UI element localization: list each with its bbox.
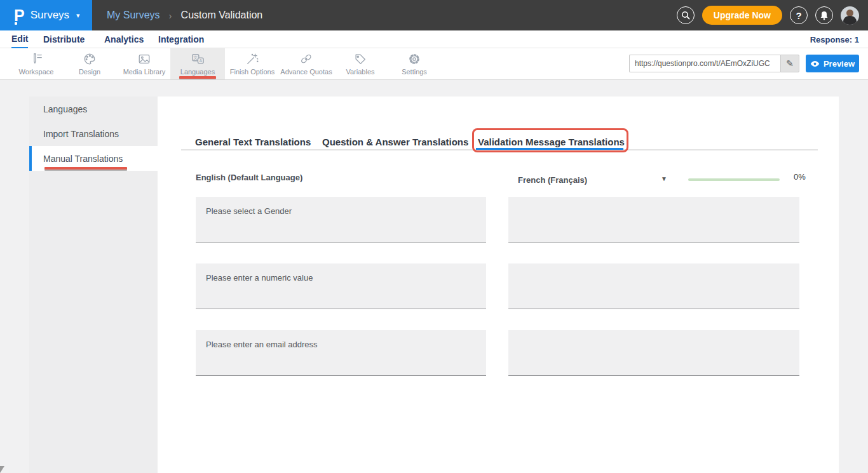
svg-text:A: A: [200, 58, 203, 63]
toolbar-settings[interactable]: Settings: [387, 48, 442, 79]
breadcrumb-current-survey: Custom Validation: [181, 10, 263, 21]
search-button[interactable]: [677, 6, 695, 24]
toolbar-workspace[interactable]: Workspace: [9, 48, 64, 79]
notifications-button[interactable]: [815, 6, 833, 24]
questionpro-app: P Surveys ▾ My Surveys › Custom Validati…: [0, 0, 868, 473]
toolbar-design[interactable]: Design: [62, 48, 117, 79]
breadcrumb: My Surveys › Custom Validation: [107, 0, 262, 30]
languages-icon: 文A: [191, 52, 205, 66]
edit-toolbar: Workspace Design Media Library 文A Langua…: [0, 48, 868, 80]
target-text-email[interactable]: [508, 330, 799, 376]
settings-icon: [407, 52, 421, 66]
toolbar-variables[interactable]: Variables: [333, 48, 388, 79]
translation-progress-percent: 0%: [794, 172, 806, 182]
preview-button[interactable]: Preview: [806, 55, 859, 72]
survey-url-group: ✎: [629, 55, 799, 72]
survey-url-input[interactable]: [629, 55, 780, 72]
sidebar-item-manual-translations[interactable]: Manual Translations: [29, 146, 158, 171]
tab-question-answer-translations[interactable]: Question & Answer Translations: [322, 133, 468, 150]
toolbar-finish-options[interactable]: Finish Options: [225, 48, 280, 79]
survey-section-nav: Edit Distribute Analytics Integration Re…: [0, 30, 868, 48]
top-actions: Upgrade Now ?: [677, 0, 868, 30]
finish-options-icon: [245, 52, 259, 66]
tab-integration[interactable]: Integration: [158, 30, 204, 48]
tab-distribute[interactable]: Distribute: [43, 30, 85, 48]
search-icon: [681, 11, 690, 20]
chevron-right-icon: ›: [169, 10, 172, 21]
user-avatar[interactable]: [841, 6, 859, 25]
annotation-red-underline-languages: [179, 76, 216, 79]
target-language-selector[interactable]: French (Français): [518, 175, 587, 185]
bell-icon: [820, 11, 829, 20]
target-text-gender[interactable]: [508, 197, 799, 243]
breadcrumb-my-surveys[interactable]: My Surveys: [107, 10, 160, 21]
question-mark-icon: ?: [796, 10, 801, 21]
tab-edit[interactable]: Edit: [11, 30, 28, 48]
svg-text:文: 文: [193, 55, 198, 60]
response-count[interactable]: Response: 1: [810, 30, 859, 48]
mouse-cursor: [0, 466, 4, 473]
tab-general-text-translations[interactable]: General Text Translations: [195, 133, 311, 150]
toolbar-advance-quotas[interactable]: Advance Quotas: [279, 48, 334, 79]
product-switcher[interactable]: P Surveys ▾: [0, 0, 92, 30]
pencil-icon: ✎: [786, 58, 794, 69]
advance-quotas-icon: [299, 52, 313, 66]
workspace-icon: [29, 52, 43, 66]
active-tab-underline: [476, 148, 623, 150]
eye-icon: [810, 60, 820, 67]
variables-icon: [353, 52, 367, 66]
product-label: Surveys: [31, 9, 69, 22]
source-language-header: English (Default Language): [196, 173, 302, 182]
translation-progress-bar: [688, 178, 780, 181]
help-button[interactable]: ?: [790, 6, 808, 24]
chevron-down-icon: ▾: [76, 11, 80, 20]
toolbar-media-library[interactable]: Media Library: [117, 48, 172, 79]
source-text-email[interactable]: [196, 330, 486, 376]
upgrade-now-button[interactable]: Upgrade Now: [702, 6, 782, 25]
target-text-numeric[interactable]: [508, 263, 799, 309]
top-bar: P Surveys ▾ My Surveys › Custom Validati…: [0, 0, 868, 30]
sidebar-item-languages[interactable]: Languages: [29, 97, 158, 121]
edit-url-button[interactable]: ✎: [780, 55, 799, 72]
annotation-red-underline-manual-translations: [44, 167, 127, 170]
languages-panel: Languages Import Translations Manual Tra…: [29, 97, 839, 473]
toolbar-languages[interactable]: 文A Languages: [170, 48, 225, 79]
languages-sidebar: Languages Import Translations Manual Tra…: [29, 97, 158, 473]
chevron-down-icon[interactable]: ▼: [661, 175, 667, 182]
source-text-gender[interactable]: [196, 197, 486, 243]
source-text-numeric[interactable]: [196, 263, 486, 309]
design-icon: [83, 52, 97, 66]
media-library-icon: [137, 52, 151, 66]
sidebar-item-import-translations[interactable]: Import Translations: [29, 121, 158, 146]
tab-analytics[interactable]: Analytics: [104, 30, 144, 48]
questionpro-logo-icon: P: [14, 8, 25, 23]
